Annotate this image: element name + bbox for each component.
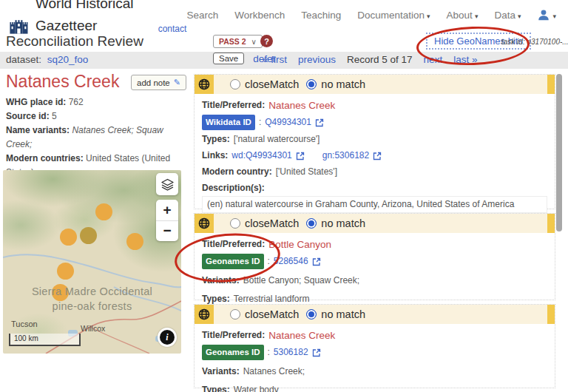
map-city-label: Tucson — [11, 320, 38, 328]
attribution-button[interactable]: i — [158, 328, 177, 347]
contact-link[interactable]: contact — [158, 24, 187, 37]
external-link-icon[interactable] — [312, 348, 321, 357]
nav-workbench[interactable]: Workbench — [234, 10, 285, 21]
zoom-out-button[interactable]: − — [156, 220, 178, 242]
chevron-down-icon: ▾ — [427, 13, 430, 20]
geonames-id-badge: Geonames ID — [202, 345, 264, 360]
match-card: closeMatch no match Title/Preferred:Nata… — [194, 304, 555, 388]
pager-current: Record 5 of 17 — [347, 54, 413, 65]
hit-title: Bottle Canyon — [268, 237, 331, 251]
pass-select[interactable]: PASS 2 ∨ — [213, 35, 263, 48]
match-card-header: closeMatch no match — [195, 75, 555, 94]
card-accent-bar — [547, 305, 555, 324]
nomatch-option[interactable]: no match — [306, 78, 365, 90]
save-button[interactable]: Save — [213, 53, 244, 64]
closematch-option[interactable]: closeMatch — [230, 78, 299, 90]
map[interactable]: Sierra Madre Occidental pine-oak forests… — [3, 170, 181, 354]
nomatch-radio[interactable] — [306, 218, 317, 229]
globe-icon — [198, 308, 210, 320]
chevron-down-icon: ▾ — [552, 13, 556, 20]
place-marker[interactable] — [126, 233, 143, 250]
info-icon: i — [160, 330, 175, 345]
external-link-icon[interactable] — [373, 152, 382, 160]
pager-previous[interactable]: previous — [298, 54, 336, 65]
reconciliation-review-page: World Historical Gazetteer contact Searc… — [0, 0, 568, 392]
card-accent-bar — [547, 75, 555, 94]
match-card: closeMatch no match Title/Preferred:Nata… — [194, 74, 555, 209]
user-menu[interactable]: ▾ — [537, 8, 556, 21]
match-cards: closeMatch no match Title/Preferred:Nata… — [194, 70, 555, 388]
hit-title: Natanes Creek — [268, 328, 335, 342]
source-globe-square — [195, 305, 214, 324]
place-marker[interactable] — [80, 227, 97, 244]
nomatch-option[interactable]: no match — [306, 217, 365, 229]
pager-next[interactable]: next — [424, 54, 443, 65]
closematch-radio[interactable] — [230, 309, 240, 320]
geonames-id-link[interactable]: 5286546 — [274, 254, 308, 268]
globe-icon — [198, 78, 210, 90]
external-link-icon[interactable] — [296, 152, 305, 160]
card-accent-bar — [547, 214, 555, 233]
field-row: Name variants: Natanes Creek; Squaw Cree… — [6, 124, 189, 152]
wikidata-id-link[interactable]: Q49934301 — [265, 115, 311, 129]
pagination: « first previous Record 5 of 17 next las… — [263, 54, 477, 65]
place-marker[interactable] — [95, 203, 112, 220]
source-globe-square — [195, 75, 214, 94]
chevron-down-icon: ▾ — [518, 13, 521, 20]
brand[interactable]: World Historical Gazetteer contact — [9, 0, 186, 37]
wd-link[interactable]: wd:Q49934301 — [231, 149, 291, 163]
nav-about[interactable]: About▾ — [447, 10, 479, 21]
pager-first[interactable]: « first — [263, 54, 287, 65]
layers-button[interactable] — [156, 173, 178, 195]
geonames-id-link[interactable]: 5306182 — [274, 345, 308, 359]
gn-link[interactable]: gn:5306182 — [322, 149, 369, 163]
place-title: Natanes Creek — [6, 72, 119, 92]
add-note-button[interactable]: add note ✎ — [131, 75, 186, 90]
help-icon[interactable]: ? — [260, 35, 273, 47]
dataset-info: dataset: sq20_foo — [6, 54, 88, 65]
match-card-body: Title/Preferred:Natanes Creek Wikidata I… — [195, 94, 555, 213]
scrollbar[interactable] — [556, 74, 562, 232]
user-icon — [537, 8, 550, 21]
closematch-radio[interactable] — [230, 79, 240, 89]
top-nav: World Historical Gazetteer contact Searc… — [0, 0, 568, 30]
nav-data[interactable]: Data▾ — [494, 10, 521, 21]
nomatch-radio[interactable] — [306, 79, 317, 89]
hit-title: Natanes Creek — [268, 98, 335, 112]
closematch-radio[interactable] — [230, 218, 240, 229]
chevron-down-icon: ▾ — [475, 13, 479, 20]
map-scale-bar: 100 km — [9, 334, 81, 346]
pager-last[interactable]: last » — [453, 54, 477, 65]
place-marker[interactable] — [60, 229, 77, 246]
place-marker[interactable] — [57, 263, 74, 280]
globe-icon — [198, 217, 210, 229]
closematch-option[interactable]: closeMatch — [230, 308, 299, 320]
nav-search[interactable]: Search — [186, 10, 218, 21]
closematch-option[interactable]: closeMatch — [230, 217, 299, 229]
source-globe-square — [195, 214, 214, 233]
nomatch-radio[interactable] — [306, 309, 317, 320]
match-card: closeMatch no match Title/Preferred:Bott… — [194, 213, 555, 300]
map-region-label: pine-oak forests — [3, 300, 181, 312]
map-city-label: Willcox — [81, 324, 105, 333]
match-card-body: Title/Preferred:Natanes Creek Geonames I… — [195, 324, 555, 392]
nav-teaching[interactable]: Teaching — [301, 10, 341, 21]
external-link-icon[interactable] — [312, 257, 321, 266]
zoom-in-button[interactable]: + — [156, 200, 178, 220]
layers-icon — [160, 178, 175, 192]
select-caret-icon: ∨ — [251, 38, 257, 46]
external-link-icon[interactable] — [315, 118, 324, 127]
dataset-link[interactable]: sq20_foo — [47, 54, 89, 65]
brand-title: World Historical Gazetteer — [36, 0, 152, 37]
match-card-header: closeMatch no match — [195, 214, 555, 233]
wikidata-id-badge: Wikidata ID — [202, 115, 255, 130]
page-title: Reconciliation Review — [6, 33, 143, 50]
map-region-label: Sierra Madre Occidental — [3, 285, 181, 297]
geonames-id-badge: Geonames ID — [202, 254, 264, 269]
task-id: task id: e3170100-.... — [501, 38, 568, 46]
field-row: Source id: 5 — [6, 109, 189, 124]
nav-documentation[interactable]: Documentation▾ — [357, 10, 430, 21]
nomatch-option[interactable]: no match — [306, 308, 365, 320]
pencil-icon: ✎ — [174, 78, 180, 87]
zoom-control: + − — [156, 200, 178, 241]
